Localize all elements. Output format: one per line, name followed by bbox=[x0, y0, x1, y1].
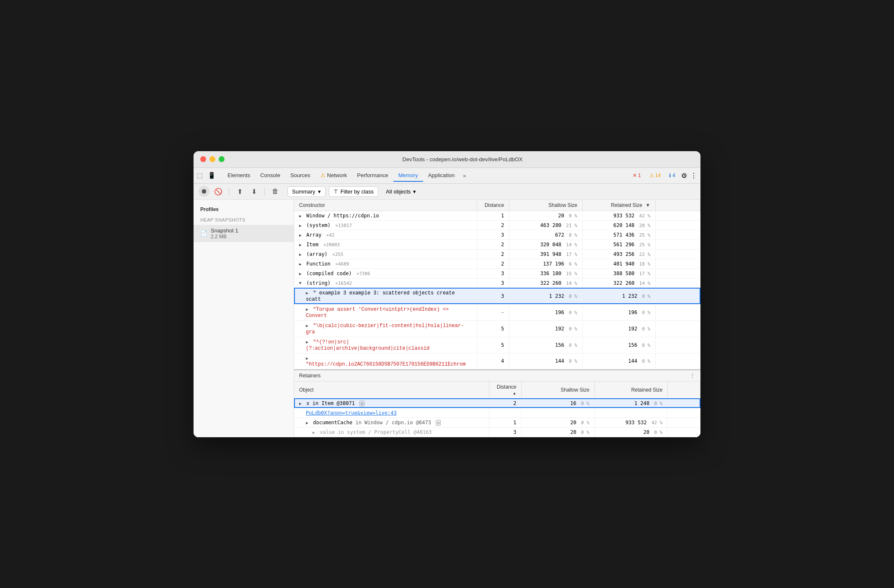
retained-header-ret[interactable]: Retained Size bbox=[594, 382, 668, 399]
expand-icon[interactable]: ▶ bbox=[299, 262, 302, 266]
expand-icon[interactable]: ▶ bbox=[299, 214, 302, 218]
table-row[interactable]: ▶ "^(?!on|src|(?:action|archive|backgrou… bbox=[294, 337, 700, 353]
table-row[interactable]: ▶ Item ×20003 2 320 048 14 % 561 296 25 … bbox=[294, 240, 700, 249]
record-button[interactable]: ⏺ bbox=[199, 186, 209, 197]
expand-icon[interactable]: ▶ bbox=[313, 430, 315, 435]
settings-icon[interactable]: ⚙ bbox=[681, 172, 687, 180]
warning-badge[interactable]: ⚠ 14 bbox=[647, 172, 663, 179]
retained-cell: 493 256 22 % bbox=[582, 249, 656, 259]
expand-icon[interactable]: ▶ bbox=[306, 340, 308, 344]
table-row[interactable]: ▶ (compiled code) ×7386 3 336 180 15 % 3… bbox=[294, 268, 700, 278]
window-title: DevTools - codepen.io/web-dot-dev/live/P… bbox=[231, 156, 694, 162]
constructor-header[interactable]: Constructor bbox=[294, 200, 477, 211]
snapshot-icon: 📄 bbox=[200, 230, 207, 237]
row-count: ×42 bbox=[326, 232, 335, 238]
table-row[interactable]: ▶ (array) ×255 2 391 948 17 % 493 256 22… bbox=[294, 249, 700, 259]
table-row[interactable]: ▶ Array ×42 3 672 0 % 571 436 25 % bbox=[294, 230, 700, 240]
main-content: Profiles HEAP SNAPSHOTS 📄 Snapshot 1 2.2… bbox=[194, 200, 700, 437]
ret-link[interactable]: PoLdb0X?anon=true&view=live:43 bbox=[306, 410, 397, 416]
all-objects-dropdown[interactable]: All objects ▾ bbox=[382, 187, 420, 196]
more-tabs[interactable]: » bbox=[460, 170, 469, 181]
inspect-icon[interactable]: ⬚ bbox=[197, 172, 203, 179]
retainers-table: Object Distance ▲ Shallow Size Retained … bbox=[294, 382, 700, 437]
maximize-button[interactable] bbox=[219, 156, 225, 162]
tab-elements[interactable]: Elements bbox=[222, 170, 255, 182]
expand-icon[interactable]: ▶ bbox=[306, 420, 308, 425]
clear-button[interactable]: 🚫 bbox=[213, 186, 224, 197]
retainer-object: value in system / PropertyCell @40163 bbox=[320, 429, 431, 435]
sidebar: Profiles HEAP SNAPSHOTS 📄 Snapshot 1 2.2… bbox=[194, 200, 294, 437]
retainer-row[interactable]: ▶ documentCache in Window / cdpn.io @647… bbox=[294, 418, 700, 427]
retainers-scroll-icon: ⋮ bbox=[690, 372, 695, 379]
more-options-icon[interactable]: ⋮ bbox=[690, 172, 697, 180]
distance-cell: 3 bbox=[477, 230, 509, 240]
error-badge[interactable]: ✕ 1 bbox=[630, 172, 643, 179]
table-row[interactable]: ▶ Window / https://cdpn.io 1 20 0 % 933 … bbox=[294, 211, 700, 220]
expand-icon[interactable]: ▶ bbox=[299, 242, 302, 247]
scroll-spacer bbox=[656, 304, 700, 320]
retainer-row[interactable]: PoLdb0X?anon=true&view=live:43 bbox=[294, 408, 700, 418]
shallow-cell: 196 0 % bbox=[509, 304, 583, 320]
table-row[interactable]: ▶ Function ×4689 2 137 196 6 % 401 940 1… bbox=[294, 259, 700, 268]
data-panel: Constructor Distance Shallow Size Retain… bbox=[294, 200, 700, 437]
retained-size-header[interactable]: Retained Size ▼ bbox=[582, 200, 656, 211]
retainer-row[interactable]: ▶ x in Item @38071 ⊡ 2 16 0 % 1 248 0 % bbox=[294, 398, 700, 408]
distance-cell: 3 bbox=[477, 288, 509, 304]
tab-network[interactable]: ⚠ Network bbox=[315, 170, 352, 182]
table-row[interactable]: ▶ " example 3 example 3: scattered objec… bbox=[294, 288, 700, 304]
filter-class-button[interactable]: ⊤ Filter by class bbox=[329, 186, 378, 197]
distance-cell: – bbox=[477, 304, 509, 320]
distance-cell: 1 bbox=[477, 211, 509, 220]
expand-icon[interactable]: ▶ bbox=[306, 291, 308, 295]
distance-header[interactable]: Distance bbox=[477, 200, 509, 211]
table-row[interactable]: ▶ "Torque assert 'Convert<uintptr>(endIn… bbox=[294, 304, 700, 320]
tab-performance[interactable]: Performance bbox=[352, 170, 393, 182]
shallow-size-header[interactable]: Shallow Size bbox=[509, 200, 583, 211]
scroll-spacer bbox=[656, 337, 700, 353]
distance-cell: 5 bbox=[477, 337, 509, 353]
expand-icon[interactable]: ▶ bbox=[298, 282, 303, 284]
scroll-col bbox=[656, 200, 700, 211]
info-icon: ℹ bbox=[669, 173, 671, 178]
close-button[interactable] bbox=[200, 156, 206, 162]
table-row[interactable]: ▶ "\b(calc|cubic-bezier|fit-content|hsl|… bbox=[294, 320, 700, 337]
expand-icon[interactable]: ▶ bbox=[299, 252, 302, 257]
ret-shallow: 20 0 % bbox=[522, 427, 595, 437]
error-icon: ✕ bbox=[633, 173, 637, 178]
retained-cell: 192 0 % bbox=[582, 320, 656, 337]
table-row[interactable]: ▶ (string) ×16542 3 322 260 14 % 322 260… bbox=[294, 278, 700, 288]
retainer-row[interactable]: ▶ value in system / PropertyCell @40163 … bbox=[294, 427, 700, 437]
minimize-button[interactable] bbox=[209, 156, 215, 162]
info-badge[interactable]: ℹ 4 bbox=[667, 172, 678, 179]
table-row[interactable]: ▶ "https://cdpn.io2AC766158D5B7507E17015… bbox=[294, 353, 700, 369]
device-icon[interactable]: 📱 bbox=[208, 172, 216, 179]
error-count: 1 bbox=[638, 173, 641, 178]
expand-icon[interactable]: ▶ bbox=[299, 401, 302, 406]
collect-garbage-button[interactable]: 🗑 bbox=[270, 186, 281, 197]
download-button[interactable]: ⬇ bbox=[248, 186, 259, 197]
snapshot-1-item[interactable]: 📄 Snapshot 1 2.2 MB bbox=[194, 225, 294, 242]
retainers-section: Retainers ⋮ Object Distance ▲ Shallow Si… bbox=[294, 369, 700, 437]
ret-distance: 3 bbox=[489, 427, 522, 437]
distance-header-ret[interactable]: Distance ▲ bbox=[489, 382, 522, 399]
expand-icon[interactable]: ▶ bbox=[306, 356, 308, 361]
shallow-header-ret[interactable]: Shallow Size bbox=[522, 382, 595, 399]
table-row[interactable]: ▶ (system) ×13817 2 463 280 21 % 620 148… bbox=[294, 220, 700, 230]
tab-console[interactable]: Console bbox=[255, 170, 285, 182]
expand-icon[interactable]: ▶ bbox=[306, 323, 308, 328]
ret-retained: 20 0 % bbox=[594, 427, 668, 437]
object-header[interactable]: Object bbox=[294, 382, 489, 399]
row-constructor: (array) bbox=[306, 251, 328, 257]
expand-icon[interactable]: ▶ bbox=[299, 271, 302, 276]
tab-application[interactable]: Application bbox=[423, 170, 460, 182]
ret-scroll-col bbox=[668, 382, 700, 399]
tab-sources[interactable]: Sources bbox=[285, 170, 315, 182]
distance-cell: 5 bbox=[477, 320, 509, 337]
expand-icon[interactable]: ▶ bbox=[306, 307, 308, 312]
upload-button[interactable]: ⬆ bbox=[234, 186, 245, 197]
tab-memory[interactable]: Memory bbox=[393, 170, 423, 182]
expand-icon[interactable]: ▶ bbox=[299, 233, 302, 237]
summary-dropdown[interactable]: Summary ▾ bbox=[287, 186, 326, 197]
object-ref-icon: ⊡ bbox=[359, 401, 364, 406]
expand-icon[interactable]: ▶ bbox=[299, 223, 302, 228]
